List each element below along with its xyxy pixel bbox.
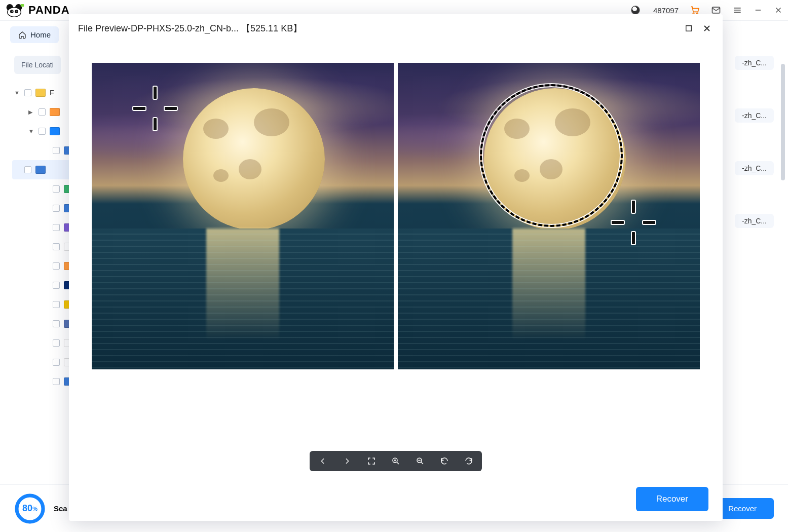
next-button[interactable] (341, 455, 353, 467)
preview-image-right-pane (398, 63, 700, 369)
preview-image-left-pane (92, 63, 394, 369)
maximize-icon (684, 24, 693, 33)
svg-point-3 (10, 10, 14, 13)
checkbox[interactable] (53, 147, 60, 154)
zoom-out-icon (416, 457, 425, 466)
chevron-icon: ▶ (28, 109, 34, 116)
file-preview-modal: File Preview-DP-PHXS-25.0-zh_CN-b... 【52… (69, 14, 723, 521)
file-type-icon (50, 127, 60, 135)
checkbox[interactable] (24, 89, 31, 96)
file-type-icon (35, 166, 46, 174)
checkbox[interactable] (53, 339, 60, 347)
result-card[interactable]: -zh_C... (735, 108, 774, 123)
file-location-chip[interactable]: File Locati (14, 56, 61, 74)
scan-label: Sca (54, 504, 67, 513)
checkbox[interactable] (53, 359, 60, 366)
brand-text: PANDA (28, 4, 70, 17)
home-icon (18, 31, 26, 39)
preview-footer: Recover (69, 477, 723, 521)
result-card[interactable]: -zh_C... (735, 56, 774, 70)
rotate-ccw-icon (440, 457, 449, 466)
preview-body (69, 43, 723, 477)
chevron-right-icon (343, 457, 351, 465)
tree-label: F (50, 89, 54, 97)
checkbox[interactable] (39, 108, 46, 116)
mail-icon[interactable] (711, 5, 721, 15)
chevron-icon: ▼ (14, 90, 20, 96)
svg-point-6 (16, 11, 17, 12)
magic-wand-cursor-icon (132, 86, 178, 131)
rotate-cw-button[interactable] (463, 455, 475, 467)
preview-image (92, 63, 700, 369)
rotate-cw-icon (464, 457, 473, 466)
chevron-left-icon (319, 457, 327, 465)
checkbox[interactable] (53, 282, 60, 289)
scrollbar[interactable] (781, 64, 785, 180)
zoom-in-icon (391, 457, 400, 466)
fullscreen-icon (367, 457, 376, 466)
preview-header: File Preview-DP-PHXS-25.0-zh_CN-b... 【52… (69, 14, 723, 43)
window-close-icon[interactable] (774, 6, 783, 15)
chevron-icon: ▼ (28, 128, 34, 134)
window-minimize-icon[interactable] (754, 6, 763, 15)
file-type-icon (50, 108, 60, 116)
modal-backdrop: File Preview-DP-PHXS-25.0-zh_CN-b... 【52… (0, 0, 788, 532)
svg-point-4 (15, 10, 18, 13)
svg-point-5 (12, 11, 13, 12)
app-logo: PANDA (5, 3, 70, 18)
cart-icon[interactable] (690, 5, 700, 15)
svg-rect-7 (21, 4, 24, 7)
avatar[interactable] (631, 6, 640, 15)
result-card[interactable]: -zh_C... (735, 214, 774, 228)
scan-progress: 80% (14, 493, 46, 524)
preview-title: File Preview-DP-PHXS-25.0-zh_CN-b... 【52… (78, 22, 677, 34)
checkbox[interactable] (39, 128, 46, 135)
prev-button[interactable] (317, 455, 329, 467)
rotate-ccw-button[interactable] (438, 455, 451, 467)
result-card[interactable]: -zh_C... (735, 161, 774, 175)
file-type-icon (35, 89, 46, 97)
svg-point-2 (8, 8, 21, 17)
close-button[interactable] (700, 22, 714, 35)
checkbox[interactable] (53, 301, 60, 308)
checkbox[interactable] (53, 205, 60, 212)
progress-value: 80 (22, 503, 32, 514)
checkbox[interactable] (53, 185, 60, 193)
preview-toolbar (310, 451, 482, 471)
svg-rect-13 (686, 26, 692, 31)
zoom-in-button[interactable] (390, 455, 402, 467)
checkbox[interactable] (53, 262, 60, 270)
home-label: Home (30, 30, 51, 39)
menu-icon[interactable] (732, 5, 742, 15)
selection-ring-icon (480, 84, 623, 227)
progress-unit: % (32, 506, 37, 512)
fullscreen-button[interactable] (365, 455, 378, 467)
recover-button[interactable]: Recover (636, 487, 708, 511)
magic-wand-cursor-icon (611, 200, 656, 245)
checkbox[interactable] (24, 166, 31, 173)
user-id: 487097 (653, 6, 679, 15)
checkbox[interactable] (53, 224, 60, 231)
checkbox[interactable] (53, 378, 60, 385)
checkbox[interactable] (53, 243, 60, 250)
home-button[interactable]: Home (10, 26, 59, 43)
maximize-button[interactable] (682, 22, 695, 35)
zoom-out-button[interactable] (414, 455, 426, 467)
close-icon (702, 23, 712, 33)
checkbox[interactable] (53, 320, 60, 327)
